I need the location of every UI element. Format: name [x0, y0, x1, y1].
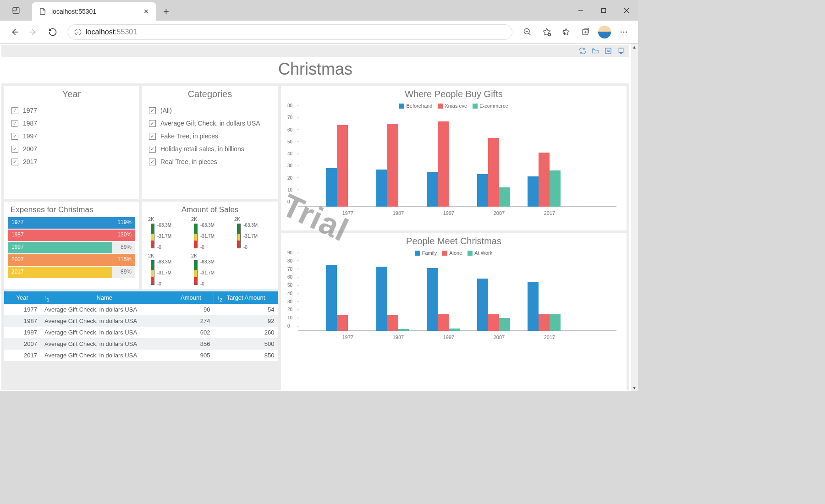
year-checkbox[interactable]: 1987	[11, 117, 132, 130]
legend-label: E-commerce	[479, 103, 508, 109]
legend-label: Beforehand	[406, 103, 432, 109]
sales-panel: Amount of Sales 2K -63.3M -31.7M -0 2K -…	[142, 202, 278, 289]
address-bar[interactable]: localhost:55301	[68, 24, 512, 40]
y-tick: 30	[287, 299, 292, 304]
x-label: 1997	[427, 210, 471, 216]
cell-year: 1987	[4, 315, 41, 327]
favorites-icon[interactable]	[557, 23, 575, 41]
bar	[326, 265, 337, 331]
bar	[449, 329, 460, 331]
x-label: 1987	[376, 210, 420, 216]
favorite-add-icon[interactable]	[538, 23, 556, 41]
legend-label: Alone	[449, 250, 462, 256]
bar	[539, 314, 550, 331]
gauge-label: -0	[157, 245, 161, 250]
forward-button	[25, 23, 42, 41]
report-title-band: Christmas	[1, 57, 629, 83]
scroll-up-icon[interactable]: ▲	[632, 44, 637, 49]
legend-label: Family	[422, 250, 437, 256]
table-row[interactable]: 1977 Average Gift Check, in dollars USA …	[4, 304, 278, 315]
gauge-label: -63.3M	[157, 259, 171, 264]
checkbox-label: 2007	[23, 145, 37, 153]
bar	[438, 314, 449, 331]
legend-item[interactable]: Alone	[442, 250, 462, 256]
export-icon[interactable]	[605, 47, 612, 55]
back-button[interactable]	[6, 23, 23, 41]
col-amount[interactable]: Amount	[168, 291, 214, 304]
col-name[interactable]: ↑1Name	[41, 291, 168, 304]
cell-amount: 905	[168, 350, 214, 361]
gauge-label: -0	[200, 245, 204, 250]
cell-amount: 856	[168, 338, 214, 350]
bar	[477, 279, 488, 331]
new-tab-button[interactable]: +	[156, 2, 176, 21]
browser-tab[interactable]: localhost:55301 ×	[32, 2, 156, 21]
checkbox-label: Holiday retail sales, in billions	[160, 145, 244, 153]
category-checkbox[interactable]: Real Tree, in pieces	[149, 155, 271, 168]
y-tick: 80	[287, 103, 292, 108]
vertical-scrollbar[interactable]: ▲ ▼	[631, 44, 638, 391]
checkbox-icon	[11, 107, 18, 114]
maximize-button[interactable]	[592, 0, 615, 21]
refresh-report-icon[interactable]	[579, 47, 586, 55]
sales-title: Amount of Sales	[142, 202, 278, 216]
category-checkbox[interactable]: Average Gift Check, in dollars USA	[149, 117, 271, 130]
gauge-label: -31.7M	[157, 234, 171, 239]
year-checkbox[interactable]: 2007	[11, 142, 132, 155]
legend-label: At Work	[474, 250, 492, 256]
print-icon[interactable]	[617, 47, 625, 55]
year-checkbox[interactable]: 1997	[11, 130, 132, 142]
tab-actions-icon[interactable]	[0, 0, 32, 21]
table-row[interactable]: 2017 Average Gift Check, in dollars USA …	[4, 350, 278, 361]
table-row[interactable]: 1997 Average Gift Check, in dollars USA …	[4, 327, 278, 338]
data-table: Year ↑1Name Amount ↑2Target Amount 1977 …	[4, 291, 278, 361]
checkbox-label: Average Gift Check, in dollars USA	[160, 120, 260, 127]
legend-item[interactable]: E-commerce	[473, 103, 508, 109]
close-button[interactable]	[615, 0, 638, 21]
url-text: localhost:55301	[86, 28, 137, 36]
col-target[interactable]: ↑2Target Amount	[214, 291, 278, 304]
categories-filter-panel: Categories (All)Average Gift Check, in d…	[142, 86, 278, 199]
site-info-icon[interactable]	[74, 28, 82, 36]
open-icon[interactable]	[592, 47, 599, 55]
more-menu-icon[interactable]	[615, 23, 632, 41]
report-page: Christmas Year 19771987199720072017 Cate…	[1, 45, 629, 390]
category-checkbox[interactable]: (All)	[149, 104, 271, 117]
bar	[427, 172, 438, 207]
tab-title: localhost:55301	[51, 8, 136, 15]
collections-icon[interactable]	[577, 23, 594, 41]
sales-gauge: 2K -63.3M -31.7M -0	[189, 253, 231, 290]
checkbox-icon	[11, 133, 18, 140]
close-tab-icon[interactable]: ×	[141, 7, 151, 16]
legend-item[interactable]: At Work	[468, 250, 492, 256]
table-row[interactable]: 1987 Average Gift Check, in dollars USA …	[4, 315, 278, 327]
expense-bar: 1977 119%	[8, 217, 135, 229]
y-tick: 50	[287, 283, 292, 288]
col-year[interactable]: Year	[4, 291, 41, 304]
expense-bar: 2017 89%	[8, 267, 135, 278]
report-toolbar	[1, 45, 629, 57]
gauge-label: -31.7M	[243, 234, 258, 239]
profile-avatar[interactable]	[596, 23, 613, 41]
expenses-panel: Expenses for Christmas 1977 119% 1987 13…	[4, 202, 139, 289]
legend-item[interactable]: Beforehand	[399, 103, 432, 109]
gauge-top-label: 2K	[191, 253, 197, 258]
year-checkbox[interactable]: 1977	[11, 104, 132, 117]
refresh-button[interactable]	[44, 23, 61, 41]
category-checkbox[interactable]: Fake Tree, in pieces	[149, 130, 271, 142]
zoom-out-icon[interactable]	[519, 23, 536, 41]
category-checkbox[interactable]: Holiday retail sales, in billions	[149, 142, 271, 155]
year-checkbox[interactable]: 2017	[11, 155, 132, 168]
cell-amount: 602	[168, 327, 214, 338]
legend-item[interactable]: Family	[415, 250, 437, 256]
expense-pct: 115%	[117, 256, 132, 263]
scroll-down-icon[interactable]: ▼	[632, 385, 637, 390]
minimize-button[interactable]	[569, 0, 592, 21]
table-row[interactable]: 2007 Average Gift Check, in dollars USA …	[4, 338, 278, 350]
checkbox-label: Fake Tree, in pieces	[160, 132, 218, 140]
expense-year: 2007	[11, 256, 24, 263]
expense-year: 1997	[11, 244, 24, 250]
y-tick: 70	[287, 115, 292, 120]
legend-item[interactable]: Xmas eve	[438, 103, 467, 109]
gauge-label: -31.7M	[157, 270, 171, 275]
